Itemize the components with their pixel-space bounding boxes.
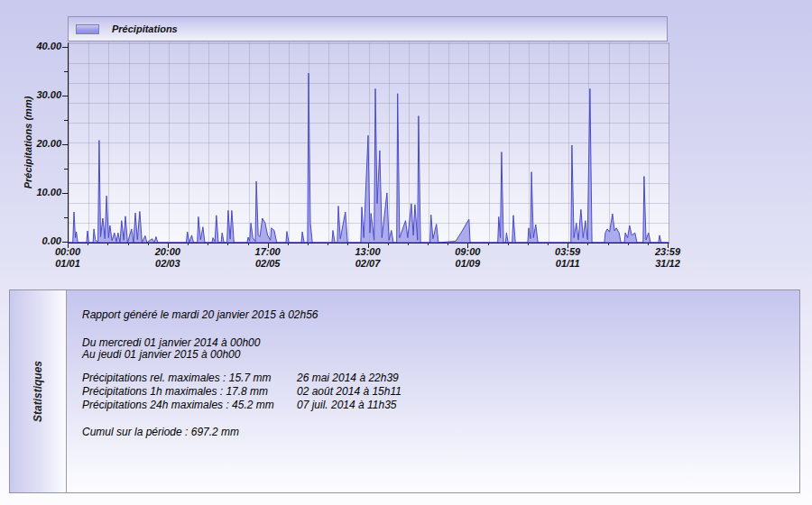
y-tick-label: 0.00 — [16, 235, 61, 246]
y-tick-mark — [62, 193, 68, 194]
y-minor-tick-mark — [64, 217, 68, 218]
chart-legend: Précipitations — [68, 16, 668, 41]
y-tick-label: 30.00 — [16, 89, 61, 100]
y-tick-label: 10.00 — [16, 187, 61, 197]
y-tick-mark — [62, 47, 68, 48]
legend-swatch-icon — [76, 24, 99, 34]
x-tick-label: 03:5901/11 — [536, 246, 599, 270]
y-minor-tick-mark — [64, 71, 68, 72]
max-1h-label: Précipitations 1h maximales : 17.8 mm — [82, 385, 268, 398]
x-tick-date: 02/03 — [136, 258, 199, 270]
y-tick-mark — [62, 96, 68, 96]
x-tick-label: 13:0002/07 — [337, 246, 400, 270]
y-minor-tick-mark — [64, 169, 68, 170]
y-tick-mark — [62, 144, 68, 145]
max-1h-datetime: 02 août 2014 à 15h11 — [297, 385, 401, 398]
x-tick-label: 23:5931/12 — [636, 246, 699, 270]
x-tick-time: 09:00 — [436, 246, 499, 258]
x-tick-date: 01/09 — [436, 258, 499, 270]
max-24h-datetime: 07 juil. 2014 à 11h35 — [297, 399, 397, 411]
report-page: Précipitations Précipitations (mm) 0.001… — [0, 0, 812, 505]
x-tick-date: 02/07 — [337, 258, 400, 270]
x-tick-time: 00:00 — [36, 246, 99, 258]
plot-area — [68, 42, 669, 243]
y-tick-label: 20.00 — [16, 138, 61, 149]
max-rel-label: Précipitations rel. maximales : 15.7 mm — [82, 372, 271, 384]
x-tick-date: 31/12 — [636, 258, 699, 270]
total-line: Cumul sur la période : 697.2 mm — [82, 426, 239, 438]
x-tick-date: 02/05 — [236, 258, 300, 270]
x-axis-minor-ticks — [68, 243, 669, 245]
x-tick-date: 01/11 — [536, 258, 599, 270]
period-from-line: Du mercredi 01 janvier 2014 à 00h00 — [82, 336, 260, 349]
statistics-sidebar: Statistiques — [10, 290, 67, 492]
x-tick-time: 23:59 — [636, 246, 699, 258]
precipitation-area — [69, 73, 669, 243]
x-tick-label: 00:0001/01 — [36, 246, 99, 270]
x-tick-time: 20:00 — [136, 246, 199, 258]
period-to-line: Au jeudi 01 janvier 2015 à 00h00 — [82, 348, 240, 361]
statistics-panel: Statistiques Rapport généré le mardi 20 … — [9, 289, 800, 493]
x-tick-label: 17:0002/05 — [236, 246, 300, 270]
x-tick-time: 17:00 — [236, 246, 300, 258]
statistics-sidebar-title: Statistiques — [32, 361, 44, 422]
y-tick-label: 40.00 — [16, 41, 61, 51]
legend-label: Précipitations — [112, 23, 178, 34]
y-minor-tick-mark — [64, 120, 68, 121]
x-tick-label: 09:0001/09 — [436, 246, 499, 270]
x-tick-time: 13:00 — [337, 246, 400, 258]
x-tick-date: 01/01 — [36, 258, 99, 270]
max-rel-datetime: 26 mai 2014 à 22h39 — [297, 372, 399, 384]
x-tick-time: 03:59 — [536, 246, 599, 258]
report-generated-line: Rapport généré le mardi 20 janvier 2015 … — [82, 308, 318, 321]
x-tick-label: 20:0002/03 — [136, 246, 199, 270]
max-24h-label: Précipitations 24h maximales : 45.2 mm — [82, 399, 274, 411]
precipitation-series — [69, 43, 669, 243]
